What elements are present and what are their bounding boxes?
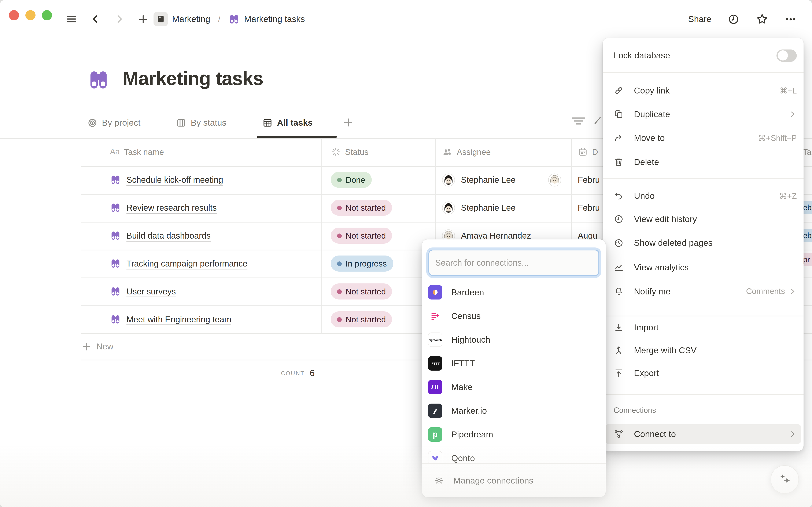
analytics-chart-icon xyxy=(614,262,624,272)
avatar xyxy=(442,201,455,214)
tag-pill-fragment[interactable]: eb xyxy=(802,202,812,214)
add-view-icon[interactable] xyxy=(342,117,354,128)
menu-divider xyxy=(603,178,804,179)
window-minimize-button[interactable] xyxy=(25,10,36,20)
bardeen-logo-icon xyxy=(428,285,442,299)
undo-icon xyxy=(614,191,624,201)
notify-value: Comments xyxy=(746,287,785,296)
task-name-link[interactable]: Review research results xyxy=(126,203,217,213)
status-cell[interactable]: Not started xyxy=(321,305,435,333)
column-header-label: D xyxy=(592,147,598,157)
back-icon[interactable] xyxy=(90,13,101,24)
menu-item-undo[interactable]: Undo ⌘+Z xyxy=(605,186,801,205)
task-name-cell[interactable]: Schedule kick-off meeting xyxy=(81,166,321,194)
markerio-logo-icon xyxy=(428,404,442,418)
menu-item-lock-database[interactable]: Lock database xyxy=(605,46,801,65)
tag-pill-fragment[interactable]: pr xyxy=(802,253,812,266)
status-cell[interactable]: Not started xyxy=(321,194,435,222)
tag-pill-fragment[interactable]: eb xyxy=(802,229,812,242)
favorite-star-icon[interactable] xyxy=(756,13,768,25)
menu-item-connect-to[interactable]: Connect to xyxy=(605,424,801,444)
menu-item-move-to[interactable]: Move to ⌘+Shift+P xyxy=(605,129,801,147)
column-header-date[interactable]: D xyxy=(578,138,598,166)
tab-by-project[interactable]: By project xyxy=(87,111,140,134)
task-name-link[interactable]: Tracking campaign performance xyxy=(126,259,247,268)
menu-item-view-edit-history[interactable]: View edit history xyxy=(605,210,801,228)
tab-all-tasks[interactable]: All tasks xyxy=(262,111,313,134)
menu-item-delete[interactable]: Delete xyxy=(605,153,801,171)
tab-label: By status xyxy=(191,118,227,128)
new-page-icon[interactable] xyxy=(137,13,149,25)
window-zoom-button[interactable] xyxy=(42,10,52,20)
filter-icon[interactable] xyxy=(571,115,586,127)
status-dot xyxy=(337,261,342,266)
menu-item-notify-me[interactable]: Notify me Comments xyxy=(605,282,801,301)
menu-item-view-analytics[interactable]: View analytics xyxy=(605,258,801,277)
manage-connections-button[interactable]: Manage connections xyxy=(425,471,603,490)
connection-item-markerio[interactable]: Marker.io xyxy=(425,401,603,420)
sidebar-menu-icon[interactable] xyxy=(66,13,77,25)
connection-item-hightouch[interactable]: hightouch Hightouch xyxy=(425,330,603,349)
page-title[interactable]: Marketing tasks xyxy=(123,68,263,90)
count-label: COUNT xyxy=(281,370,305,376)
share-button[interactable]: Share xyxy=(688,14,711,24)
menu-item-export[interactable]: Export xyxy=(605,364,801,382)
task-name-cell[interactable]: Tracking campaign performance xyxy=(81,249,321,278)
binoculars-icon xyxy=(110,258,121,269)
avatar xyxy=(442,173,455,186)
assignee-cell[interactable]: Stephanie Lee xyxy=(435,166,571,194)
status-cell[interactable]: Done xyxy=(321,166,435,194)
task-name-cell[interactable]: Meet with Engineering team xyxy=(81,305,321,333)
menu-item-import[interactable]: Import xyxy=(605,318,801,337)
connection-item-make[interactable]: Make xyxy=(425,378,603,396)
tab-by-status[interactable]: By status xyxy=(176,111,227,134)
connection-item-census[interactable]: Census xyxy=(425,307,603,325)
pipedream-logo-icon: p xyxy=(428,427,442,442)
menu-item-show-deleted-pages[interactable]: Show deleted pages xyxy=(605,233,801,252)
breadcrumb-separator: / xyxy=(218,14,221,24)
forward-icon[interactable] xyxy=(114,13,125,24)
column-header-label: Assignee xyxy=(457,147,491,157)
column-header-tags[interactable]: Ta xyxy=(803,138,811,166)
column-header-status[interactable]: Status xyxy=(331,138,369,166)
page-icon-binoculars[interactable] xyxy=(87,68,110,92)
window-close-button[interactable] xyxy=(9,10,19,20)
status-cell[interactable]: In progress xyxy=(321,249,435,278)
task-name-link[interactable]: Build data dashboards xyxy=(126,231,210,240)
task-name-link[interactable]: Schedule kick-off meeting xyxy=(126,175,223,185)
lock-toggle[interactable] xyxy=(776,49,797,62)
tab-label: All tasks xyxy=(277,118,313,128)
task-name-cell[interactable]: Build data dashboards xyxy=(81,222,321,249)
connection-item-bardeen[interactable]: Bardeen xyxy=(425,283,603,302)
connection-item-qonto[interactable]: Qonto xyxy=(425,449,603,463)
notion-ai-button[interactable] xyxy=(770,465,799,494)
menu-item-copy-link[interactable]: Copy link ⌘+L xyxy=(605,81,801,100)
more-options-icon[interactable] xyxy=(785,13,797,25)
task-name-cell[interactable]: User surveys xyxy=(81,278,321,305)
column-header-task-name[interactable]: Aa Task name xyxy=(110,138,164,166)
breadcrumb-root[interactable]: Marketing xyxy=(172,14,210,24)
assignee-cell[interactable]: Stephanie Lee xyxy=(435,194,571,222)
status-cell[interactable]: Not started xyxy=(321,222,435,249)
connection-item-pipedream[interactable]: p Pipedream xyxy=(425,425,603,444)
task-name-link[interactable]: Meet with Engineering team xyxy=(126,315,231,324)
count-summary[interactable]: COUNT 6 xyxy=(81,363,315,383)
sort-icon[interactable] xyxy=(594,116,602,126)
status-cell[interactable]: Not started xyxy=(321,278,435,305)
clock-icon[interactable] xyxy=(728,13,740,25)
trash-icon xyxy=(614,157,624,167)
make-logo-icon xyxy=(428,380,442,394)
merge-icon xyxy=(614,345,624,355)
connection-item-ifttt[interactable]: IFTTT IFTTT xyxy=(425,354,603,373)
notion-window: Marketing / Marketing tasks Share Market… xyxy=(0,0,812,507)
menu-item-merge-with-csv[interactable]: Merge with CSV xyxy=(605,341,801,359)
column-header-label: Ta xyxy=(803,147,811,157)
column-header-assignee[interactable]: Assignee xyxy=(442,138,491,166)
status-dot xyxy=(337,233,342,238)
binoculars-icon xyxy=(110,174,121,185)
menu-item-duplicate[interactable]: Duplicate xyxy=(605,105,801,123)
status-dot xyxy=(337,177,342,182)
task-name-link[interactable]: User surveys xyxy=(126,287,176,296)
breadcrumb-current[interactable]: Marketing tasks xyxy=(244,14,305,24)
task-name-cell[interactable]: Review research results xyxy=(81,194,321,222)
